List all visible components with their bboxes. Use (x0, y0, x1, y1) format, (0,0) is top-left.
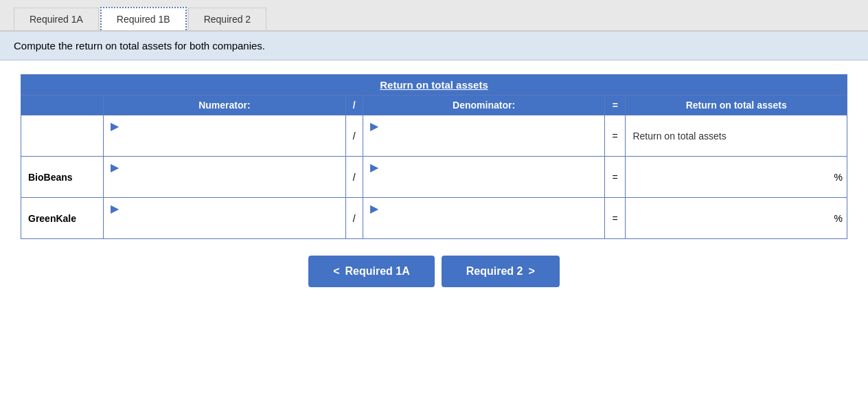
row1-slash: / (345, 115, 363, 157)
row1-denominator-cell[interactable]: ▶ (363, 115, 605, 157)
prev-icon: < (333, 265, 339, 278)
row3-equals: = (605, 198, 626, 239)
prev-label: Required 1A (345, 265, 410, 278)
tabs-bar: Required 1A Required 1B Required 2 (0, 0, 868, 32)
return-on-assets-table: Return on total assets Numerator: / Deno… (21, 74, 847, 239)
table-header-row: Numerator: / Denominator: = Return on to… (21, 96, 847, 115)
next-button[interactable]: Required 2 > (442, 256, 560, 287)
row3-return-input[interactable] (632, 209, 826, 228)
next-label: Required 2 (466, 265, 523, 278)
row1-denominator-input[interactable] (370, 133, 598, 152)
row2-denominator-input[interactable] (370, 174, 598, 193)
tab-required-1a[interactable]: Required 1A (14, 8, 99, 30)
row1-denominator-arrow: ▶ (370, 120, 378, 133)
row3-label: GreenKale (21, 198, 104, 239)
row1-return-text: Return on total assets (626, 115, 847, 157)
row3-denominator-cell[interactable]: ▶ (363, 198, 605, 239)
row3-denominator-arrow: ▶ (370, 202, 378, 215)
main-content: Return on total assets Numerator: / Deno… (0, 60, 868, 301)
instruction-bar: Compute the return on total assets for b… (0, 32, 868, 60)
row3-numerator-arrow: ▶ (111, 202, 119, 215)
row3-denominator-input[interactable] (370, 215, 598, 234)
row1-numerator-input[interactable] (111, 133, 339, 152)
table-row: BioBeans ▶ / ▶ = % (21, 157, 847, 198)
row1-equals: = (605, 115, 626, 157)
table-row: ▶ / ▶ = Return on total assets (21, 115, 847, 157)
row2-numerator-arrow: ▶ (111, 161, 119, 174)
col-header-numerator: Numerator: (104, 96, 346, 115)
row3-numerator-input[interactable] (111, 215, 339, 234)
row3-slash: / (345, 198, 363, 239)
row2-slash: / (345, 157, 363, 198)
table-title-row: Return on total assets (21, 75, 847, 96)
col-header-equals: = (605, 96, 626, 115)
row2-percent: % (834, 172, 843, 183)
table-row: GreenKale ▶ / ▶ = % (21, 198, 847, 239)
row2-equals: = (605, 157, 626, 198)
tab-required-1b[interactable]: Required 1B (100, 7, 187, 30)
prev-button[interactable]: < Required 1A (308, 256, 435, 287)
col-header-label (21, 96, 104, 115)
row1-label (21, 115, 104, 157)
next-icon: > (528, 265, 534, 278)
row2-return-cell[interactable]: % (626, 157, 847, 198)
instruction-text: Compute the return on total assets for b… (14, 40, 265, 52)
row3-return-cell[interactable]: % (626, 198, 847, 239)
row2-denominator-arrow: ▶ (370, 161, 378, 174)
row2-numerator-input[interactable] (111, 174, 339, 193)
row2-denominator-cell[interactable]: ▶ (363, 157, 605, 198)
row2-numerator-cell[interactable]: ▶ (104, 157, 346, 198)
buttons-row: < Required 1A Required 2 > (21, 256, 847, 287)
row2-label: BioBeans (21, 157, 104, 198)
col-header-denominator: Denominator: (363, 96, 605, 115)
col-header-slash: / (345, 96, 363, 115)
row3-percent: % (834, 213, 843, 224)
tab-required-2[interactable]: Required 2 (188, 8, 267, 30)
table-title: Return on total assets (21, 75, 847, 96)
row1-numerator-cell[interactable]: ▶ (104, 115, 346, 157)
row1-numerator-arrow: ▶ (111, 120, 119, 133)
col-header-return: Return on total assets (626, 96, 847, 115)
row2-return-input[interactable] (632, 168, 826, 187)
row3-numerator-cell[interactable]: ▶ (104, 198, 346, 239)
